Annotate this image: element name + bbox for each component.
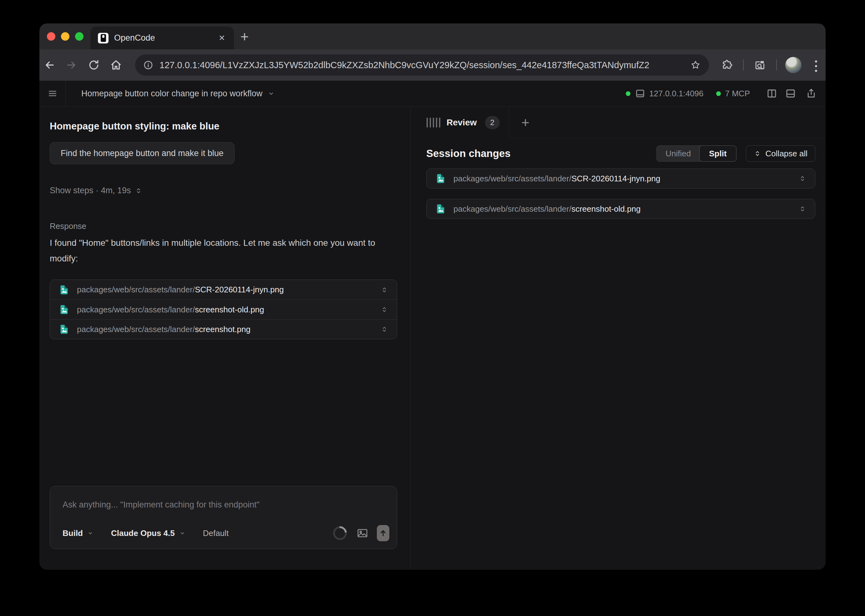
close-window-button[interactable] [47, 32, 55, 41]
file-name: screenshot.png [195, 325, 250, 334]
expand-collapse-icon[interactable] [799, 205, 806, 213]
forward-icon[interactable] [65, 59, 77, 71]
split-columns-icon[interactable] [766, 88, 777, 99]
url-text: 127.0.0.1:4096/L1VzZXJzL3J5YW52b2dlbC9kZ… [159, 60, 684, 70]
image-file-icon [59, 304, 69, 315]
zoom-window-button[interactable] [75, 32, 83, 41]
response-label: Response [50, 222, 86, 231]
show-steps-toggle[interactable]: Show steps · 4m, 19s [50, 186, 142, 195]
bookmark-star-icon[interactable] [690, 60, 701, 70]
file-row[interactable]: packages/web/src/assets/lander/screensho… [50, 319, 397, 339]
composer-placeholder: Ask anything... "Implement caching for t… [63, 500, 260, 510]
file-row[interactable]: packages/web/src/assets/lander/SCR-20260… [50, 280, 397, 300]
browser-tab-opencode[interactable]: OpenCode ✕ [90, 27, 234, 49]
file-name: screenshot-old.png [571, 204, 640, 214]
review-panel: Review 2 + Session changes Unified Split [411, 107, 826, 570]
opencode-app: Homepage button color change in repo wor… [39, 81, 826, 570]
localhost-device-icon [635, 88, 645, 99]
toolbar-separator [743, 60, 744, 71]
mcp-label[interactable]: 7 MCP [725, 89, 750, 99]
file-option-list: packages/web/src/assets/lander/SCR-20260… [50, 280, 397, 339]
send-button[interactable] [377, 525, 389, 541]
tab-close-icon[interactable]: ✕ [217, 33, 226, 43]
search-tabs-icon[interactable] [754, 59, 766, 71]
expand-collapse-icon [754, 150, 761, 157]
browser-menu-icon[interactable] [815, 65, 817, 67]
review-tab-row: Review 2 + [411, 107, 826, 138]
sidebar-toggle[interactable] [39, 81, 66, 106]
extensions-icon[interactable] [721, 59, 733, 71]
app-header: Homepage button color change in repo wor… [39, 81, 826, 107]
hamburger-icon [47, 88, 58, 99]
session-title-dropdown[interactable]: Homepage button color change in repo wor… [81, 89, 275, 99]
mcp-status-dot [716, 91, 721, 96]
split-rows-icon[interactable] [785, 88, 796, 99]
file-dir: packages/web/src/assets/lander/ [77, 305, 195, 314]
site-info-icon[interactable] [143, 60, 153, 70]
image-file-icon [59, 284, 69, 295]
collapse-all-button[interactable]: Collapse all [746, 145, 815, 162]
profile-avatar[interactable] [785, 57, 802, 73]
chevron-down-icon [267, 90, 275, 97]
attach-image-icon[interactable] [356, 527, 369, 539]
review-tab-label: Review [447, 118, 477, 127]
file-dir: packages/web/src/assets/lander/ [453, 174, 571, 183]
browser-window: OpenCode ✕ + 127.0.0.1:409 [39, 24, 826, 570]
diff-view-segmented: Unified Split [656, 145, 736, 162]
server-status-dot [626, 91, 631, 96]
split-view-button[interactable]: Split [699, 145, 736, 162]
working-spinner [330, 523, 350, 543]
header-status: 127.0.0.1:4096 7 MCP [626, 81, 817, 106]
message-composer[interactable]: Ask anything... "Implement caching for t… [50, 486, 397, 549]
session-change-row[interactable]: packages/web/src/assets/lander/SCR-20260… [426, 168, 815, 189]
user-message: Find the homepage button and make it blu… [50, 142, 234, 164]
expand-collapse-icon[interactable] [381, 286, 388, 294]
collapse-all-label: Collapse all [766, 149, 807, 159]
expand-collapse-icon[interactable] [381, 325, 388, 333]
minimize-window-button[interactable] [61, 32, 69, 41]
image-file-icon [435, 173, 446, 184]
session-changes-heading: Session changes [426, 148, 511, 159]
diff-bars-icon [426, 118, 440, 127]
arrow-up-icon [379, 529, 387, 537]
host-label[interactable]: 127.0.0.1:4096 [649, 89, 704, 99]
file-dir: packages/web/src/assets/lander/ [453, 204, 571, 214]
file-name: SCR-20260114-jnyn.png [195, 285, 284, 294]
mode-select[interactable]: Build [63, 528, 83, 538]
home-icon[interactable] [110, 59, 122, 71]
add-review-tab-button[interactable]: + [517, 113, 534, 132]
new-tab-button[interactable]: + [235, 27, 254, 46]
response-text: I found "Home" buttons/links in multiple… [50, 235, 384, 266]
variant-select[interactable]: Default [203, 528, 229, 538]
model-select[interactable]: Claude Opus 4.5 [111, 528, 175, 538]
tab-title: OpenCode [114, 33, 212, 43]
window-controls [47, 24, 83, 49]
file-row[interactable]: packages/web/src/assets/lander/screensho… [50, 300, 397, 319]
expand-collapse-icon[interactable] [381, 306, 388, 313]
review-count-badge: 2 [485, 116, 500, 129]
unified-view-button[interactable]: Unified [657, 146, 700, 161]
steps-summary: Show steps · 4m, 19s [50, 186, 131, 195]
expand-collapse-icon [135, 187, 142, 195]
share-icon[interactable] [805, 88, 817, 99]
chevron-down-icon [179, 530, 186, 536]
desktop: OpenCode ✕ + 127.0.0.1:409 [0, 0, 865, 616]
main-content: Homepage button styling: make blue Find … [39, 107, 826, 570]
thread-title: Homepage button styling: make blue [50, 121, 220, 132]
chevron-down-icon [87, 530, 93, 536]
session-change-row[interactable]: packages/web/src/assets/lander/screensho… [426, 199, 815, 219]
tab-strip: OpenCode ✕ + [39, 24, 826, 49]
expand-collapse-icon[interactable] [799, 175, 806, 182]
reload-icon[interactable] [88, 59, 100, 71]
file-name: screenshot-old.png [195, 305, 264, 314]
image-file-icon [435, 204, 446, 214]
address-bar[interactable]: 127.0.0.1:4096/L1VzZXJzL3J5YW52b2dlbC9kZ… [135, 54, 709, 75]
session-title: Homepage button color change in repo wor… [81, 89, 263, 99]
toolbar-separator [776, 60, 777, 71]
tab-review[interactable]: Review 2 [411, 107, 509, 138]
file-dir: packages/web/src/assets/lander/ [77, 325, 195, 334]
back-icon[interactable] [44, 59, 56, 71]
chat-panel: Homepage button styling: make blue Find … [39, 107, 410, 570]
opencode-favicon-icon [98, 33, 109, 44]
composer-controls: Build Claude Opus 4.5 Default [63, 525, 389, 541]
